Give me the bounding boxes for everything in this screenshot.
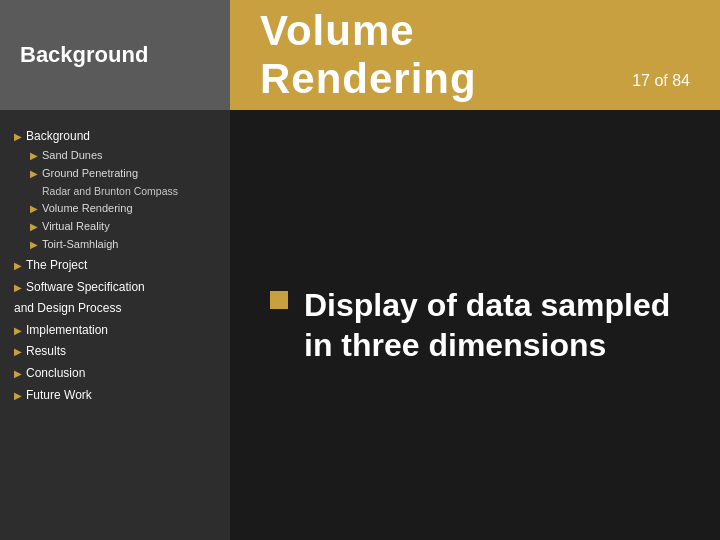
arrow-icon: ▶ xyxy=(14,131,22,142)
arrow-icon: ▶ xyxy=(30,239,38,250)
sidebar-outline: ▶Background ▶Sand Dunes ▶Ground Penetrat… xyxy=(0,110,230,540)
outline-conclusion: ▶Conclusion xyxy=(14,364,220,383)
arrow-icon: ▶ xyxy=(14,368,22,379)
presentation-title: Volume Rendering xyxy=(260,7,632,103)
arrow-icon: ▶ xyxy=(30,150,38,161)
header-left-panel: Background xyxy=(0,0,230,110)
outline-implementation: ▶Implementation xyxy=(14,321,220,340)
outline-toirt: ▶Toirt-Samhlaigh xyxy=(14,236,220,253)
outline-radar: Radar and Brunton Compass xyxy=(14,183,220,199)
bullet-square-icon xyxy=(270,291,288,309)
arrow-icon: ▶ xyxy=(14,282,22,293)
main-bullet-text: Display of data sampled in three dimensi… xyxy=(304,285,680,365)
header: Background Volume Rendering 17 of 84 xyxy=(0,0,720,110)
bullet-block: Display of data sampled in three dimensi… xyxy=(270,285,680,365)
arrow-icon: ▶ xyxy=(14,325,22,336)
outline-software-spec: ▶Software Specification xyxy=(14,278,220,297)
arrow-icon: ▶ xyxy=(14,346,22,357)
header-left-title: Background xyxy=(20,42,148,68)
header-right-panel: Volume Rendering 17 of 84 xyxy=(230,0,720,110)
outline-design-process: and Design Process xyxy=(14,299,220,318)
arrow-icon: ▶ xyxy=(30,221,38,232)
outline-sand-dunes: ▶Sand Dunes xyxy=(14,147,220,164)
arrow-icon: ▶ xyxy=(14,390,22,401)
arrow-icon: ▶ xyxy=(14,260,22,271)
arrow-icon: ▶ xyxy=(30,168,38,179)
outline-results: ▶Results xyxy=(14,342,220,361)
outline-ground-penetrating: ▶Ground Penetrating xyxy=(14,165,220,182)
slide-number: 17 of 84 xyxy=(632,72,690,94)
outline-volume-rendering: ▶Volume Rendering xyxy=(14,200,220,217)
slide-container: Background Volume Rendering 17 of 84 ▶Ba… xyxy=(0,0,720,540)
outline-future-work: ▶Future Work xyxy=(14,386,220,405)
outline-the-project: ▶The Project xyxy=(14,256,220,275)
outline-background: ▶Background xyxy=(14,127,220,146)
main-content-area: Display of data sampled in three dimensi… xyxy=(230,110,720,540)
outline-virtual-reality: ▶Virtual Reality xyxy=(14,218,220,235)
arrow-icon: ▶ xyxy=(30,203,38,214)
main-content: ▶Background ▶Sand Dunes ▶Ground Penetrat… xyxy=(0,110,720,540)
